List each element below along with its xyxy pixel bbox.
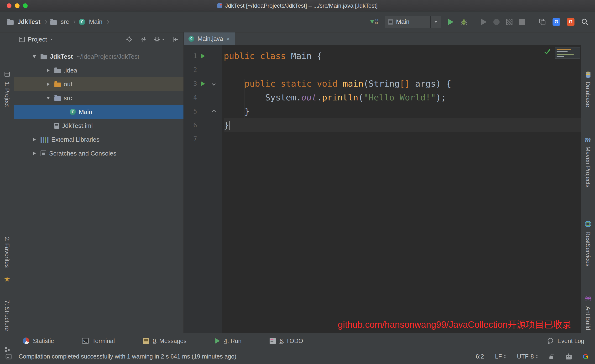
chevron-down-icon[interactable] — [50, 38, 53, 40]
run-config-icon — [388, 19, 393, 25]
indent-guide — [245, 79, 245, 118]
minimize-window-button[interactable] — [15, 3, 20, 8]
zoom-window-button[interactable] — [23, 3, 28, 8]
toolwindow-button-restservices[interactable]: RestServices — [585, 231, 591, 266]
fold-marker-icon[interactable] — [212, 82, 216, 86]
breadcrumb-main[interactable]: Main — [89, 18, 102, 26]
run-disabled-button[interactable] — [481, 19, 487, 25]
locate-file-icon[interactable] — [126, 36, 133, 43]
close-tab-icon[interactable]: × — [227, 36, 230, 42]
project-tree: JdkTest ~/IdeaProjects/JdkTest .idea out… — [14, 46, 184, 160]
toolwindow-button-favorites[interactable]: 2: Favorites — [4, 237, 10, 268]
chevron-right-icon[interactable] — [47, 69, 50, 72]
tree-item-idea[interactable]: .idea — [14, 63, 184, 77]
tree-item-src[interactable]: src — [14, 91, 184, 105]
main-area: 1: Project 2: Favorites 7: Structure Pro… — [0, 32, 595, 333]
translate-plugin-icon[interactable] — [552, 18, 560, 26]
line-number: 3 — [184, 80, 197, 87]
run-config-name: Main — [396, 18, 409, 26]
code-line[interactable]: System.out.println("Hello World!"); — [224, 91, 581, 105]
profiler-button[interactable] — [493, 19, 500, 25]
restore-layout-icon[interactable] — [539, 18, 546, 26]
run-config-dropdown[interactable] — [430, 16, 441, 28]
code-minimap[interactable] — [555, 47, 580, 59]
search-everywhere-icon[interactable] — [581, 18, 589, 26]
google-search-plugin-icon[interactable] — [567, 18, 574, 26]
toolwindow-button-project[interactable]: 1: Project — [4, 82, 10, 107]
run-button[interactable] — [448, 19, 453, 25]
chevron-down-icon[interactable] — [33, 55, 36, 58]
code-line[interactable]: public static void main(String[] args) { — [224, 77, 581, 91]
code-line-caret[interactable]: } — [224, 118, 581, 132]
structure-icon — [4, 346, 10, 353]
run-line-marker-icon[interactable] — [201, 81, 205, 86]
caret-position-widget[interactable]: 6:2 — [476, 353, 484, 360]
close-window-button[interactable] — [7, 3, 11, 8]
toolwindow-button-maven[interactable]: Maven Projects — [585, 147, 591, 188]
todo-icon — [269, 338, 276, 344]
chevron-down-icon[interactable] — [47, 97, 50, 99]
chevron-right-icon[interactable] — [47, 83, 50, 86]
toolwindow-button-todo[interactable]: 6: TODO — [269, 337, 303, 344]
main-toolbar: JdkTest src Main Main — [0, 11, 595, 32]
chevron-right-icon[interactable] — [33, 152, 36, 155]
line-number: 5 — [184, 108, 197, 115]
toolwindow-button-messages[interactable]: 0: Messages — [143, 337, 187, 344]
project-panel-title[interactable]: Project — [28, 36, 47, 43]
tree-item-scratches[interactable]: Scratches and Consoles — [14, 147, 184, 160]
run-line-marker-icon[interactable] — [201, 54, 205, 58]
code-editor[interactable]: public class Main { public static void m… — [222, 45, 581, 333]
line-number: 4 — [184, 94, 197, 101]
toolbar-separator — [474, 18, 474, 26]
code-line[interactable] — [224, 132, 581, 146]
code-line[interactable]: public class Main { — [224, 49, 581, 63]
star-icon — [4, 275, 10, 283]
coverage-button[interactable] — [506, 19, 512, 25]
updown-icon — [504, 355, 506, 358]
encoding-widget[interactable]: UTF-8 — [517, 353, 538, 360]
google-translate-status-icon[interactable] — [583, 353, 588, 361]
window-title-text: JdkTest [~/IdeaProjects/JdkTest] – .../s… — [225, 2, 378, 9]
toolwindow-button-statistic[interactable]: Statistic — [23, 337, 54, 344]
code-line[interactable] — [224, 63, 581, 77]
event-log-icon — [547, 337, 554, 344]
expand-collapse-icon[interactable] — [140, 36, 147, 43]
breadcrumb-project[interactable]: JdkTest — [17, 18, 40, 26]
tree-item-main-class[interactable]: Main — [14, 105, 184, 119]
editor-tab-main-java[interactable]: Main.java × — [184, 32, 235, 45]
tree-item-project-root[interactable]: JdkTest ~/IdeaProjects/JdkTest — [14, 50, 184, 63]
chevron-right-icon[interactable] — [33, 138, 36, 141]
settings-gear-icon[interactable] — [154, 36, 160, 43]
plugin-robot-icon[interactable] — [566, 355, 572, 359]
tree-item-external-libraries[interactable]: External Libraries — [14, 133, 184, 147]
libraries-icon — [41, 136, 49, 143]
tree-item-iml-file[interactable]: JdkTest.iml — [14, 119, 184, 133]
toolwindow-button-database[interactable]: Database — [585, 82, 591, 107]
line-separator-widget[interactable]: LF — [495, 353, 506, 360]
chevron-right-icon — [44, 20, 47, 23]
fold-marker-icon[interactable] — [212, 110, 216, 113]
code-line[interactable]: } — [224, 105, 581, 118]
scratches-icon — [41, 151, 46, 156]
toolwindow-button-terminal[interactable]: Terminal — [82, 337, 115, 344]
toolwindow-toggle-icon[interactable] — [5, 353, 12, 360]
debug-icon[interactable] — [460, 18, 467, 26]
breadcrumb-src[interactable]: src — [61, 18, 69, 26]
inspections-ok-icon[interactable] — [544, 49, 551, 54]
toolwindow-button-structure[interactable]: 7: Structure — [4, 300, 10, 331]
hide-panel-icon[interactable] — [172, 36, 179, 43]
unlock-icon[interactable] — [549, 353, 555, 360]
bottom-toolwindow-bar: Statistic Terminal 0: Messages 4: Run 6:… — [0, 333, 595, 349]
module-file-icon — [54, 123, 59, 129]
tree-item-out[interactable]: out — [14, 77, 184, 91]
event-log-button[interactable]: Event Log — [547, 337, 584, 344]
chevron-right-icon — [106, 20, 109, 23]
toolbar-separator — [532, 18, 532, 26]
updown-icon — [536, 355, 538, 358]
toolwindow-button-ant[interactable]: Ant Build — [585, 306, 591, 330]
stop-button[interactable] — [519, 19, 525, 25]
run-configuration-select[interactable]: Main — [385, 16, 441, 28]
statistic-plugin-icon[interactable] — [370, 19, 378, 25]
line-number: 2 — [184, 66, 197, 73]
toolwindow-button-run[interactable]: 4: Run — [215, 337, 242, 344]
